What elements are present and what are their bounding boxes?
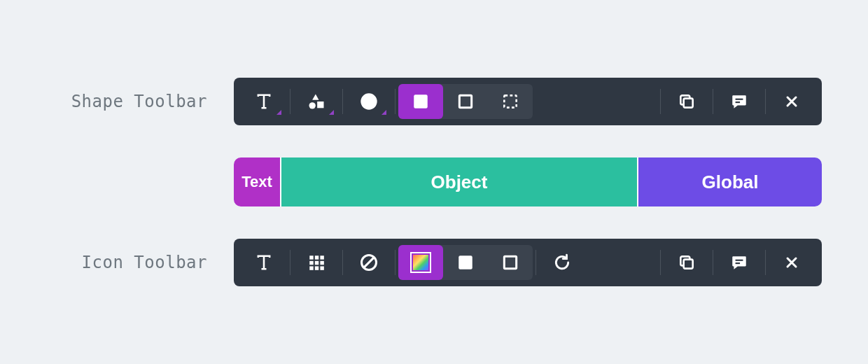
svg-rect-7 <box>684 99 693 108</box>
svg-rect-9 <box>736 102 741 103</box>
svg-rect-10 <box>309 255 313 259</box>
fill-outline-button[interactable] <box>488 245 533 280</box>
text-tool-button[interactable] <box>241 245 287 280</box>
comment-button[interactable] <box>716 245 762 280</box>
separator <box>395 250 396 275</box>
rotate-icon <box>553 253 571 272</box>
submenu-indicator-icon <box>382 110 386 115</box>
section-bar: Text Object Global <box>234 158 822 206</box>
separator <box>290 250 290 275</box>
fill-solid-button[interactable] <box>398 84 443 119</box>
shapes-icon <box>307 92 326 111</box>
section-object: Object <box>281 158 638 206</box>
copy-button[interactable] <box>664 84 710 119</box>
svg-rect-5 <box>459 95 471 107</box>
text-tool-button[interactable] <box>241 84 287 119</box>
fill-dashed-button[interactable] <box>488 84 533 119</box>
comment-button[interactable] <box>716 84 762 119</box>
svg-rect-18 <box>320 266 323 270</box>
fill-solid-button[interactable] <box>443 245 488 280</box>
svg-rect-4 <box>414 94 428 108</box>
no-fill-icon <box>359 253 379 272</box>
separator <box>342 250 343 275</box>
close-icon <box>783 254 800 271</box>
svg-rect-23 <box>684 260 693 269</box>
grid-icon <box>307 253 326 272</box>
svg-rect-14 <box>315 261 318 265</box>
svg-rect-25 <box>736 262 741 264</box>
shape-toolbar-row: Shape Toolbar <box>46 78 822 125</box>
svg-rect-15 <box>320 261 323 265</box>
separator <box>395 89 396 114</box>
icon-toolbar-row: Icon Toolbar <box>46 239 822 286</box>
icon-toolbar <box>234 239 822 286</box>
svg-rect-11 <box>315 255 318 259</box>
separator <box>660 250 661 275</box>
close-icon <box>783 93 800 110</box>
svg-rect-22 <box>504 256 516 268</box>
shape-toolbar-label: Shape Toolbar <box>46 92 207 111</box>
close-button[interactable] <box>769 84 815 119</box>
section-text: Text <box>234 158 281 206</box>
svg-rect-13 <box>309 261 313 265</box>
svg-rect-17 <box>315 266 318 270</box>
square-solid-icon <box>412 92 430 111</box>
fill-style-group <box>398 84 533 119</box>
square-dashed-icon <box>501 92 519 111</box>
comment-icon <box>730 92 748 111</box>
separator <box>765 250 766 275</box>
svg-rect-16 <box>309 266 313 270</box>
shape-toolbar <box>234 78 822 125</box>
separator <box>290 89 290 114</box>
separator <box>660 89 661 114</box>
rotate-button[interactable] <box>539 245 585 280</box>
svg-rect-2 <box>317 102 323 108</box>
separator <box>713 89 713 114</box>
svg-rect-12 <box>320 255 323 259</box>
square-solid-icon <box>456 253 475 272</box>
copy-icon <box>678 92 696 111</box>
shapes-tool-button[interactable] <box>293 84 340 119</box>
separator <box>765 89 766 114</box>
svg-rect-24 <box>736 260 743 261</box>
section-global: Global <box>638 158 822 206</box>
text-icon <box>254 92 274 111</box>
separator <box>713 250 713 275</box>
svg-point-3 <box>360 93 377 109</box>
grid-tool-button[interactable] <box>293 245 340 280</box>
submenu-indicator-icon <box>329 110 334 115</box>
copy-icon <box>678 253 696 272</box>
svg-line-20 <box>363 257 374 268</box>
circle-fill-icon <box>359 92 379 111</box>
copy-button[interactable] <box>664 245 710 280</box>
separator <box>536 250 536 275</box>
square-outline-icon <box>456 92 475 111</box>
fill-style-group <box>398 245 533 280</box>
svg-rect-21 <box>458 255 472 270</box>
svg-rect-6 <box>504 95 516 107</box>
submenu-indicator-icon <box>276 110 281 115</box>
icon-toolbar-label: Icon Toolbar <box>46 253 207 272</box>
comment-icon <box>730 253 748 272</box>
no-fill-button[interactable] <box>346 245 392 280</box>
fill-outline-button[interactable] <box>443 84 488 119</box>
svg-marker-0 <box>312 94 318 100</box>
close-button[interactable] <box>769 245 815 280</box>
separator <box>342 89 343 114</box>
text-icon <box>254 253 274 272</box>
svg-point-1 <box>309 102 316 108</box>
rainbow-swatch-icon <box>413 255 428 270</box>
square-outline-icon <box>501 253 519 272</box>
color-swatch-button[interactable] <box>398 245 443 280</box>
svg-rect-8 <box>736 99 743 100</box>
fill-color-button[interactable] <box>346 84 392 119</box>
